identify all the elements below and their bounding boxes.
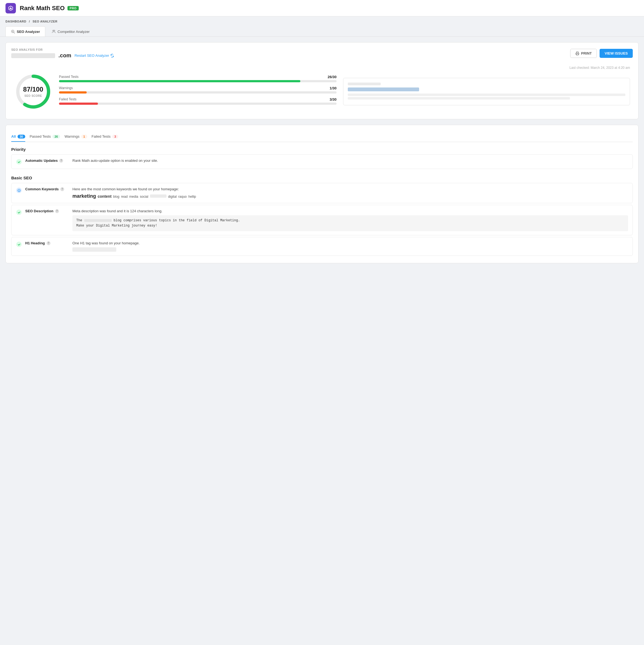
automatic-updates-icon bbox=[16, 159, 22, 165]
seo-description-content: Meta description was found and it is 124… bbox=[72, 209, 628, 231]
h1-heading-name: H1 Heading bbox=[25, 241, 45, 245]
failed-fill bbox=[59, 102, 98, 105]
failed-bar bbox=[59, 102, 337, 105]
passed-label: Passed Tests 26/30 bbox=[59, 75, 337, 79]
checkmark-svg-3 bbox=[18, 243, 21, 246]
breadcrumb-home[interactable]: DASHBOARD bbox=[5, 20, 26, 23]
tab-competitor-analyzer[interactable]: Competitor Analyzer bbox=[46, 26, 95, 36]
common-keywords-help[interactable]: ? bbox=[60, 187, 64, 191]
test-row-h1-heading: H1 Heading ? One H1 tag was found on you… bbox=[12, 237, 632, 256]
filter-all-badge: 30 bbox=[18, 135, 25, 139]
check-icon-2 bbox=[16, 210, 22, 215]
failed-label: Failed Tests 3/30 bbox=[59, 97, 337, 101]
test-row-automatic-updates: Automatic Updates ? Rank Math auto-updat… bbox=[12, 155, 632, 169]
test-automatic-updates: Automatic Updates ? Rank Math auto-updat… bbox=[11, 154, 633, 169]
code-line1: The blog comprises various topics in the… bbox=[76, 219, 240, 222]
main-content: SEO ANALYSIS FOR .com Restart SEO Analyz… bbox=[0, 37, 644, 274]
automatic-updates-desc: Rank Math auto-update option is enabled … bbox=[72, 159, 628, 163]
view-issues-label: VIEW ISSUES bbox=[605, 51, 628, 55]
filter-tab-all[interactable]: All 30 bbox=[11, 134, 25, 142]
kw-digital: digital bbox=[168, 195, 177, 199]
analysis-url-row: .com Restart SEO Analyzer bbox=[11, 52, 114, 59]
app-header: Rank Math SEO PRO bbox=[0, 0, 644, 16]
svg-rect-1 bbox=[9, 8, 10, 9]
analysis-url-section: SEO ANALYSIS FOR .com Restart SEO Analyz… bbox=[11, 48, 114, 59]
filter-warnings-label: Warnings bbox=[64, 134, 79, 139]
preview-url bbox=[348, 82, 381, 85]
h1-heading-desc: One H1 tag was found on your homepage. bbox=[72, 241, 628, 245]
filter-failed-label: Failed Tests bbox=[91, 134, 111, 139]
breadcrumb-separator: / bbox=[29, 20, 30, 23]
filter-failed-badge: 3 bbox=[112, 135, 118, 139]
failed-value: 3/30 bbox=[330, 97, 337, 101]
common-keywords-name: Common Keywords bbox=[25, 187, 59, 191]
seo-description-name: SEO Description bbox=[25, 209, 53, 213]
print-label: PRINT bbox=[581, 51, 592, 55]
kw-raquo: raquo bbox=[178, 195, 187, 199]
view-issues-button[interactable]: VIEW ISSUES bbox=[600, 49, 633, 58]
tab-seo-analyzer[interactable]: SEO Analyzer bbox=[5, 26, 45, 36]
h1-value-blurred bbox=[72, 247, 116, 252]
preview-desc-2 bbox=[348, 97, 570, 99]
competitor-analyzer-icon bbox=[51, 29, 56, 34]
score-flex: 87/100 SEO SCORE Passed Tests 26/30 bbox=[14, 72, 630, 111]
code-line2: Make your Digital Marketing journey easy… bbox=[76, 224, 157, 228]
h1-heading-help[interactable]: ? bbox=[47, 241, 50, 245]
seo-analyzer-icon bbox=[11, 29, 15, 34]
common-keywords-icon bbox=[16, 187, 22, 193]
kw-read: read bbox=[121, 195, 128, 199]
passed-value: 26/30 bbox=[328, 75, 337, 79]
kw-blog: blog bbox=[113, 195, 120, 199]
pro-badge: PRO bbox=[67, 6, 79, 10]
action-buttons: PRINT VIEW ISSUES bbox=[570, 49, 633, 58]
automatic-updates-name-wrap: Automatic Updates ? bbox=[25, 159, 69, 163]
seo-analysis-card: SEO ANALYSIS FOR .com Restart SEO Analyz… bbox=[5, 42, 639, 119]
kw-blurred bbox=[150, 194, 167, 198]
filter-tab-warnings[interactable]: Warnings 1 bbox=[64, 134, 87, 142]
test-seo-description: SEO Description ? Meta description was f… bbox=[11, 205, 633, 235]
test-row-seo-description: SEO Description ? Meta description was f… bbox=[12, 205, 632, 235]
automatic-updates-content: Rank Math auto-update option is enabled … bbox=[72, 159, 628, 165]
filter-tabs: All 30 Passed Tests 26 Warnings 1 Failed… bbox=[11, 131, 633, 142]
donut-label: 87/100 SEO SCORE bbox=[23, 85, 43, 97]
warnings-value: 1/30 bbox=[330, 86, 337, 90]
restart-link[interactable]: Restart SEO Analyzer bbox=[74, 53, 114, 57]
checkmark-svg-2 bbox=[18, 211, 21, 214]
seo-description-code: The blog comprises various topics in the… bbox=[72, 215, 628, 231]
check-icon-3 bbox=[16, 242, 22, 247]
logo-icon bbox=[8, 5, 14, 11]
breadcrumb: DASHBOARD / SEO ANALYZER bbox=[0, 16, 644, 26]
passed-fill bbox=[59, 80, 300, 82]
passed-stat: Passed Tests 26/30 bbox=[59, 75, 337, 82]
breadcrumb-current: SEO ANALYZER bbox=[33, 20, 58, 23]
seo-score-donut: 87/100 SEO SCORE bbox=[14, 72, 52, 111]
automatic-updates-name: Automatic Updates bbox=[25, 159, 58, 163]
tabs-bar: SEO Analyzer Competitor Analyzer bbox=[0, 26, 644, 37]
preview-desc-1 bbox=[348, 93, 625, 96]
seo-description-help[interactable]: ? bbox=[55, 209, 59, 213]
kw-content: content bbox=[97, 194, 112, 199]
common-keywords-content: Here are the most common keywords we fou… bbox=[72, 187, 628, 199]
info-icon bbox=[16, 188, 22, 193]
warnings-bar bbox=[59, 91, 337, 93]
site-preview bbox=[343, 78, 630, 105]
seo-description-desc: Meta description was found and it is 124… bbox=[72, 209, 628, 213]
automatic-updates-help[interactable]: ? bbox=[59, 159, 63, 163]
tab-seo-analyzer-label: SEO Analyzer bbox=[17, 30, 40, 34]
filter-tab-failed[interactable]: Failed Tests 3 bbox=[91, 134, 118, 142]
svg-rect-7 bbox=[577, 54, 579, 55]
results-card: All 30 Passed Tests 26 Warnings 1 Failed… bbox=[5, 125, 639, 263]
seo-description-icon bbox=[16, 209, 22, 215]
seo-description-name-wrap: SEO Description ? bbox=[25, 209, 69, 213]
test-row-common-keywords: Common Keywords ? Here are the most comm… bbox=[12, 183, 632, 203]
filter-tab-passed[interactable]: Passed Tests 26 bbox=[30, 134, 60, 142]
common-keywords-name-wrap: Common Keywords ? bbox=[25, 187, 69, 191]
print-button[interactable]: PRINT bbox=[570, 49, 597, 58]
score-stats: Passed Tests 26/30 Warnings 1/30 bbox=[59, 75, 337, 109]
preview-title bbox=[348, 87, 419, 91]
warnings-fill bbox=[59, 91, 87, 93]
score-section-wrapper: Last checked: March 24, 2023 at 4:20 am … bbox=[11, 63, 633, 114]
filter-warnings-badge: 1 bbox=[81, 135, 87, 139]
kw-hellip: hellip bbox=[188, 195, 196, 199]
kw-marketing: marketing bbox=[72, 193, 96, 199]
